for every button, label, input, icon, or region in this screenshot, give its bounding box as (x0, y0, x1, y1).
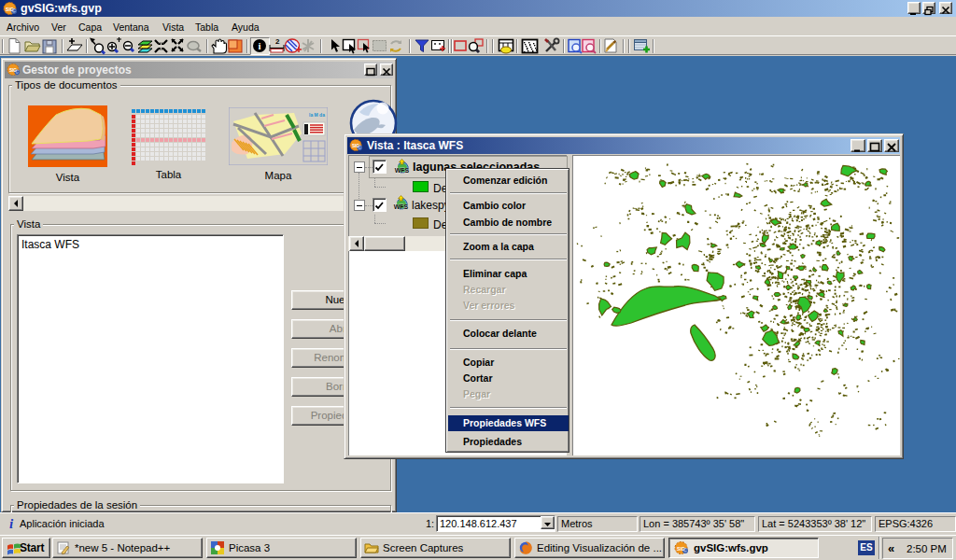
svg-text:SIG: SIG (6, 7, 14, 12)
svg-text:WFS: WFS (395, 167, 410, 174)
svg-text:SIG: SIG (352, 144, 359, 148)
svg-text:WFS: WFS (394, 203, 409, 210)
svg-text:i: i (258, 40, 260, 51)
svg-text:SIG: SIG (677, 546, 685, 552)
svg-text:2: 2 (275, 37, 280, 46)
svg-text:la M da: la M da (309, 112, 325, 118)
svg-text:SIG: SIG (9, 68, 17, 73)
svg-text:i: i (9, 516, 14, 531)
